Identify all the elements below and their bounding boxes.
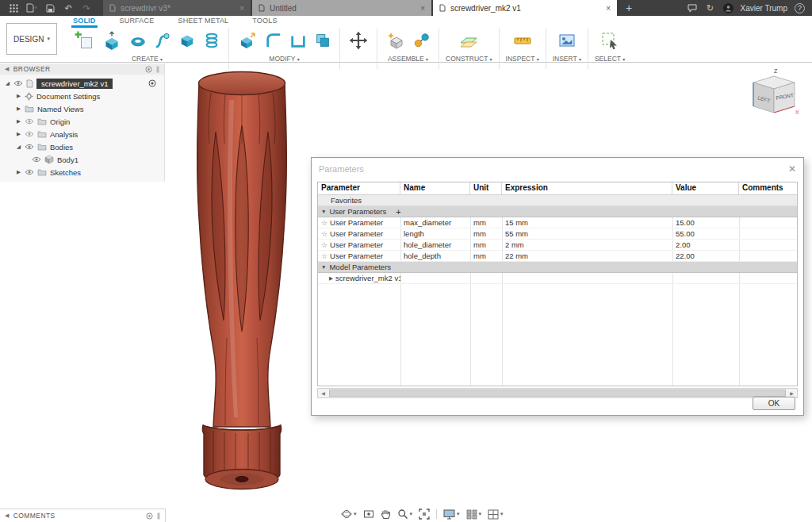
revolve-icon[interactable] [128, 30, 148, 51]
parameter-expression-cell[interactable]: 55 mm [502, 228, 672, 240]
expand-icon[interactable]: ▶ [16, 106, 21, 112]
visibility-eye-icon[interactable] [32, 156, 41, 163]
root-node-label[interactable]: screwdriver_mk2 v1 [36, 79, 113, 89]
model-parameters-group-row[interactable]: ▼ Model Parameters [318, 262, 797, 273]
parameter-expression-cell[interactable]: 2 mm [502, 240, 672, 251]
look-at-tool[interactable] [363, 509, 374, 520]
fillet-icon[interactable] [263, 30, 284, 51]
combine-icon[interactable] [312, 30, 333, 51]
select-group-label[interactable]: SELECT ▾ [595, 55, 625, 63]
shell-icon[interactable] [288, 30, 308, 51]
scrollbar-thumb[interactable] [329, 390, 786, 397]
model-component-row[interactable]: ▶ screwdriver_mk2 v1 [318, 273, 797, 284]
coil-icon[interactable] [201, 30, 222, 51]
parameter-expression-cell[interactable]: 15 mm [502, 217, 672, 228]
column-header[interactable]: Value [672, 182, 739, 194]
fit-tool[interactable] [419, 509, 430, 520]
favorite-star-icon[interactable]: ☆ [321, 252, 327, 260]
favorites-section-row[interactable]: Favorites [318, 195, 797, 206]
display-settings[interactable]: ▾ [443, 509, 460, 520]
horizontal-scrollbar[interactable]: ◀ ▶ [317, 388, 798, 398]
modify-group-label[interactable]: MODIFY ▾ [269, 55, 299, 63]
close-dialog-icon[interactable]: ✕ [788, 163, 796, 175]
new-tab-button[interactable]: + [619, 0, 639, 16]
parameter-expression-cell[interactable]: 22 mm [502, 251, 672, 262]
new-component-icon[interactable] [384, 29, 408, 52]
grid-layout-settings[interactable]: ▾ [466, 509, 482, 520]
expand-icon[interactable]: ▶ [16, 131, 21, 137]
document-tab-1[interactable]: screwdrivr v3* × [103, 0, 251, 16]
sweep-icon[interactable] [152, 30, 173, 51]
move-copy-icon[interactable] [347, 29, 370, 52]
activate-component-icon[interactable] [148, 79, 156, 87]
collapse-group-icon[interactable]: ▼ [321, 209, 326, 214]
parameter-row[interactable]: ☆User Parameter length mm 55 mm 55.00 [318, 228, 797, 240]
tab-tools[interactable]: TOOLS [251, 16, 278, 28]
save-icon[interactable] [44, 2, 56, 13]
expand-icon[interactable]: ▶ [16, 169, 21, 175]
dialog-titlebar[interactable]: Parameters ✕ [312, 158, 803, 180]
help-icon[interactable]: ? [795, 3, 805, 13]
browser-header[interactable]: ◀ BROWSER [0, 63, 164, 75]
close-tab-icon[interactable]: × [606, 4, 611, 13]
browser-item-document-settings[interactable]: ▶ Document Settings [0, 90, 164, 102]
workspace-selector[interactable]: DESIGN▾ [6, 23, 57, 55]
column-header[interactable]: Expression [502, 182, 672, 194]
parameter-comments-cell[interactable] [739, 217, 797, 228]
assemble-group-label[interactable]: ASSEMBLE ▾ [388, 55, 428, 63]
tab-solid[interactable]: SOLID [71, 16, 98, 28]
parameter-row[interactable]: ☆User Parameter hole_diameter mm 2 mm 2.… [318, 240, 797, 251]
extrude-icon[interactable] [100, 29, 124, 52]
collapse-panel-icon[interactable]: ◀ [5, 512, 10, 519]
expand-icon[interactable]: ◢ [16, 144, 21, 150]
user-parameters-group-row[interactable]: ▼ User Parameters + [318, 206, 797, 217]
parameter-name-cell[interactable]: max_diameter [400, 217, 470, 228]
favorite-star-icon[interactable]: ☆ [321, 241, 327, 249]
add-parameter-button[interactable]: + [396, 207, 400, 217]
primitive-box-icon[interactable] [177, 30, 197, 51]
construct-plane-icon[interactable] [457, 29, 481, 52]
create-sketch-icon[interactable] [72, 29, 96, 52]
browser-item-sketches[interactable]: ▶ Sketches [0, 166, 164, 178]
expand-icon[interactable]: ▶ [16, 93, 21, 99]
ok-button[interactable]: OK [753, 397, 795, 410]
insert-group-label[interactable]: INSERT ▾ [553, 55, 581, 63]
favorite-star-icon[interactable]: ☆ [321, 230, 327, 238]
measure-icon[interactable] [511, 29, 534, 52]
browser-item-analysis[interactable]: ▶ Analysis [0, 128, 164, 140]
zoom-tool[interactable]: ▾ [397, 509, 413, 520]
view-cube[interactable]: Z LEFT FRONT X [739, 67, 801, 119]
undo-icon[interactable]: ↶ [63, 2, 74, 13]
insert-canvas-icon[interactable] [555, 29, 579, 52]
viewport-settings[interactable]: ▾ [488, 509, 504, 520]
notifications-icon[interactable]: ↻ [705, 2, 716, 13]
close-tab-icon[interactable]: × [239, 4, 244, 13]
press-pull-icon[interactable] [236, 29, 259, 52]
column-header[interactable]: Comments [739, 182, 797, 194]
collapse-group-icon[interactable]: ▼ [321, 264, 326, 270]
user-name-label[interactable]: Xavier Trump [741, 4, 787, 13]
panel-pin-icon[interactable] [145, 66, 152, 73]
comment-bubble-icon[interactable] [687, 2, 698, 13]
parameter-comments-cell[interactable] [739, 240, 797, 251]
select-icon[interactable] [598, 29, 622, 52]
scroll-left-icon[interactable]: ◀ [318, 389, 328, 397]
parameter-row[interactable]: ☆User Parameter hole_depth mm 22 mm 22.0… [318, 251, 797, 262]
parameter-comments-cell[interactable] [739, 251, 797, 262]
tab-surface[interactable]: SURFACE [118, 16, 156, 28]
file-menu-icon[interactable]: ▾ [26, 2, 37, 13]
tab-sheet-metal[interactable]: SHEET METAL [176, 16, 230, 28]
expand-icon[interactable]: ▶ [16, 118, 21, 125]
browser-item-bodies[interactable]: ◢ Bodies [0, 140, 164, 153]
redo-icon[interactable]: ↷ [81, 2, 92, 13]
column-header[interactable]: Name [400, 182, 470, 194]
browser-item-origin[interactable]: ▶ Origin [0, 115, 164, 128]
visibility-eye-icon[interactable] [25, 144, 34, 150]
expand-icon[interactable]: ▶ [329, 275, 333, 282]
parameter-name-cell[interactable]: hole_diameter [400, 240, 470, 251]
expand-icon[interactable]: ◢ [5, 80, 10, 86]
column-header[interactable]: Unit [470, 182, 502, 194]
document-tab-3-active[interactable]: screwdriver_mk2 v1 × [433, 0, 617, 16]
close-tab-icon[interactable]: × [420, 4, 425, 13]
document-tab-2[interactable]: Untitled × [252, 0, 431, 16]
